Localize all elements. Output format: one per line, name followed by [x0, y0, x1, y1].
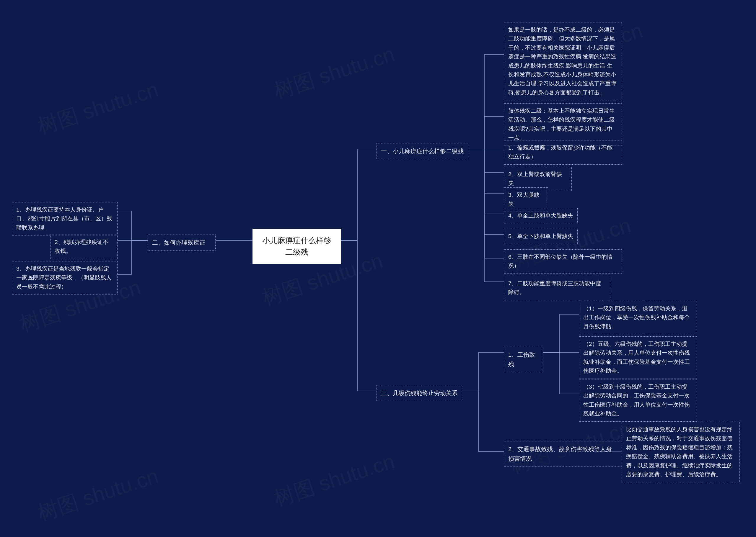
branch-1-item-5: 4、单全上肢和单大腿缺失 [504, 208, 578, 223]
branch-1-item-2: 1、偏瘫或截瘫，残肢保留少许功能（不能独立行走） [504, 140, 622, 165]
branch-1-item-1: 肢体残疾二级：基本上不能独立实现日常生活活动。那么，怎样的残疾程度才能使二级残疾… [504, 103, 622, 146]
branch-2-item-0: 1、办理残疾证要持本人身份证、户口、2张1寸照片到所在县（市、区）残联联系办理。 [12, 202, 117, 235]
watermark: 树图 shutu.cn [34, 462, 162, 527]
branch-2-item-2: 3、办理残疾证是当地残联一般会指定一家医院评定残疾等级。（明显肢残人员一般不需此… [12, 261, 117, 295]
branch-3-sub2-title: 2、交通事故致残、故意伤害致残等人身损害情况 [504, 441, 622, 467]
watermark: 树图 shutu.cn [271, 40, 398, 105]
branch-2-title: 二、如何办理残疾证 [148, 234, 216, 251]
branch-1-item-7: 6、三肢在不同部位缺失（除外一级中的情况） [504, 249, 622, 274]
branch-2-item-1: 2、残联办理残疾证不收钱。 [50, 234, 117, 259]
root-node: 小儿麻痹症什么样够二级残 [252, 229, 341, 264]
watermark: 树图 shutu.cn [271, 448, 398, 513]
branch-1-title: 一、小儿麻痹症什么样够二级残 [377, 143, 468, 159]
branch-1-item-6: 5、单全下肢和单上臂缺失 [504, 229, 578, 244]
branch-3-sub1-item-2: （3）七级到十级伤残的，工伤职工主动提出解除劳动合同的，工伤保险基金支付一次性工… [579, 379, 697, 422]
branch-3-sub2-content: 比如交通事故致残的人身损害也没有规定终止劳动关系的情况，对于交通事故伤残赔偿标准… [622, 422, 740, 482]
branch-1-item-0: 如果是一肢的话，是办不成二级的，必须是二肢功能重度障碍。但大多数情况下，是属于的… [504, 22, 622, 100]
branch-3-sub1-item-1: （2）五级、六级伤残的，工伤职工主动提出解除劳动关系，用人单位支付一次性伤残就业… [579, 336, 697, 379]
branch-3-sub1-title: 1、工伤致残 [504, 347, 543, 372]
watermark: 树图 shutu.cn [34, 76, 162, 141]
branch-3-sub1-item-0: （1）一级到四级伤残，保留劳动关系，退出工作岗位，享受一次性伤残补助金和每个月伤… [579, 301, 697, 334]
branch-3-title: 三、几级伤残能终止劳动关系 [377, 385, 462, 401]
branch-1-item-8: 7、二肢功能重度障碍或三肢功能中度障碍。 [504, 276, 610, 300]
